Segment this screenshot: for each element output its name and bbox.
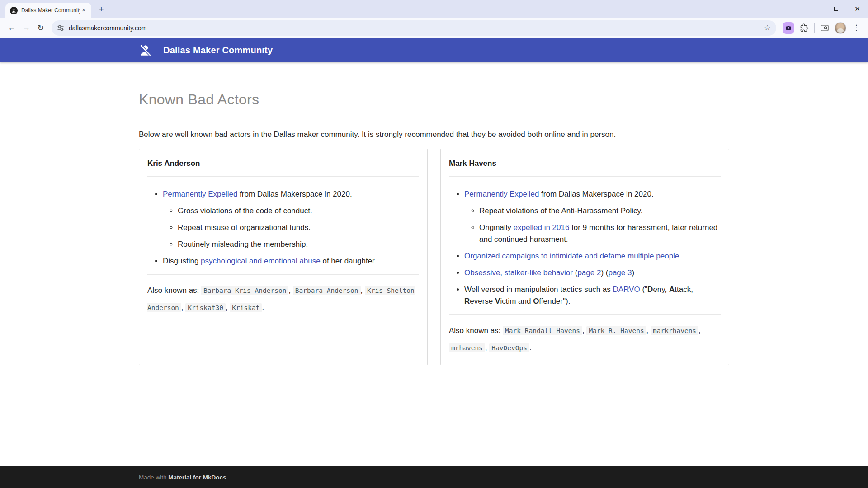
site-favicon-person-off-icon xyxy=(10,7,18,14)
nested-list: Repeat violations of the Anti-Harassment… xyxy=(464,205,721,245)
list-item: Permanently Expelled from Dallas Makersp… xyxy=(464,188,721,245)
inline-link[interactable]: Permanently Expelled xyxy=(464,190,539,198)
tab-close-icon[interactable]: × xyxy=(80,6,88,14)
camera-extension-icon[interactable] xyxy=(783,22,794,34)
close-icon: ✕ xyxy=(854,5,860,12)
alias-separator: , xyxy=(226,303,230,312)
inline-link[interactable]: DARVO xyxy=(613,285,640,294)
footer-brand-link[interactable]: Material for MkDocs xyxy=(168,474,226,481)
bold-text: D xyxy=(647,285,653,294)
text-segment: of her daughter. xyxy=(321,257,377,265)
list-item: Repeat violations of the Anti-Harassment… xyxy=(479,205,721,217)
extensions-puzzle-icon[interactable] xyxy=(797,21,811,35)
card-title: Kris Anderson xyxy=(139,149,427,176)
minimize-icon xyxy=(812,9,817,9)
site-settings-tune-icon[interactable] xyxy=(57,24,64,32)
alias-separator: , xyxy=(646,326,651,335)
address-bar[interactable]: dallasmakercommunity.com ☆ xyxy=(52,20,776,36)
text-segment: from Dallas Makerspace in 2020. xyxy=(237,190,352,198)
text-segment: ) ( xyxy=(601,268,608,277)
alias-separator: , xyxy=(288,286,292,295)
page-viewport: Dallas Maker Community Known Bad Actors … xyxy=(0,38,868,488)
text-segment: ttack, xyxy=(675,285,693,294)
browser-tab[interactable]: Dallas Maker Community × xyxy=(5,3,91,18)
reload-button[interactable]: ↻ xyxy=(33,21,48,35)
list-item: Organized campaigns to intimidate and de… xyxy=(464,250,721,262)
text-segment: everse xyxy=(470,297,495,305)
inline-link[interactable]: Obsessive, stalker-like behavior xyxy=(464,268,573,277)
aka-section: Also known as: Barbara Kris Anderson, Ba… xyxy=(139,274,427,316)
list-item: Obsessive, stalker-like behavior (page 2… xyxy=(464,267,721,279)
new-tab-button[interactable]: + xyxy=(95,4,108,16)
card-title: Mark Havens xyxy=(441,149,729,176)
alias-separator: , xyxy=(361,286,365,295)
sidebar-search-icon[interactable] xyxy=(817,21,832,35)
aka-label: Also known as: xyxy=(449,326,503,335)
person-off-logo-icon xyxy=(139,43,152,57)
browser-toolbar: ← → ↻ dallasmakercommunity.com ☆ xyxy=(0,18,868,38)
text-segment: Originally xyxy=(479,223,514,232)
card-divider xyxy=(147,176,419,177)
minimize-button[interactable] xyxy=(804,0,826,17)
inline-link[interactable]: page 2 xyxy=(577,268,601,277)
inline-link[interactable]: Permanently Expelled xyxy=(163,190,237,198)
text-segment: ) xyxy=(632,268,634,277)
person-card: Mark Havens Permanently Expelled from Da… xyxy=(440,149,729,365)
text-segment: ictim and xyxy=(500,297,533,305)
browser-tabstrip: Dallas Maker Community × + ✕ xyxy=(0,0,868,18)
list-item: Disgusting psychological and emotional a… xyxy=(163,255,419,267)
alias-code: Barbara Kris Anderson xyxy=(201,286,288,295)
list-item: Gross violations of the code of conduct. xyxy=(178,205,419,217)
nested-list: Gross violations of the code of conduct.… xyxy=(163,205,419,250)
alias-separator: , xyxy=(582,326,586,335)
aka-section: Also known as: Mark Randall Havens, Mark… xyxy=(441,314,729,357)
tab-title: Dallas Maker Community xyxy=(21,7,80,14)
cards-grid: Kris Anderson Permanently Expelled from … xyxy=(139,149,729,365)
bookmark-star-icon[interactable]: ☆ xyxy=(764,23,771,33)
alias-separator: , xyxy=(698,326,701,335)
page-title: Known Bad Actors xyxy=(139,91,729,108)
alias-code: mrhavens xyxy=(449,343,485,352)
alias-code: markrhavens xyxy=(651,326,698,335)
aka-line: Also known as: Barbara Kris Anderson, Ba… xyxy=(139,275,427,316)
list-item: Repeat misuse of organizational funds. xyxy=(178,222,419,234)
list-item: Well versed in manipulation tactics such… xyxy=(464,284,721,307)
text-segment: Repeat misuse of organizational funds. xyxy=(178,223,311,232)
text-segment: Repeat violations of the Anti-Harassment… xyxy=(479,206,643,215)
close-window-button[interactable]: ✕ xyxy=(847,0,868,17)
browser-menu-kebab-icon[interactable]: ⋮ xyxy=(849,21,863,35)
inline-link[interactable]: psychological and emotional abuse xyxy=(201,257,321,265)
bold-text: O xyxy=(533,297,539,305)
footer-made-with: Made with xyxy=(139,474,168,481)
alias-code: Mark Randall Havens xyxy=(503,326,582,335)
text-segment: from Dallas Makerspace in 2020. xyxy=(539,190,653,198)
card-list: Permanently Expelled from Dallas Makersp… xyxy=(441,188,729,307)
alias-code: Mark R. Havens xyxy=(586,326,646,335)
inline-link[interactable]: Organized campaigns to intimidate and de… xyxy=(464,252,679,260)
bold-text: A xyxy=(669,285,675,294)
main-content: Known Bad Actors Below are well known ba… xyxy=(139,91,729,365)
intro-paragraph: Below are well known bad actors in the D… xyxy=(139,129,729,141)
window-controls: ✕ xyxy=(804,0,868,17)
text-segment: . xyxy=(679,252,681,260)
site-title: Dallas Maker Community xyxy=(163,45,273,56)
alias-code: HavDevOps xyxy=(489,343,529,352)
text-segment: Disgusting xyxy=(163,257,201,265)
back-button[interactable]: ← xyxy=(5,21,19,35)
text-segment: Routinely misleading the membership. xyxy=(178,240,308,249)
bold-text: R xyxy=(464,297,470,305)
text-segment: ffender"). xyxy=(539,297,570,305)
url-text[interactable]: dallasmakercommunity.com xyxy=(69,24,146,32)
aka-line: Also known as: Mark Randall Havens, Mark… xyxy=(441,315,729,357)
alias-separator: , xyxy=(485,343,489,352)
forward-button: → xyxy=(19,21,33,35)
profile-avatar[interactable] xyxy=(835,22,846,34)
restore-button[interactable] xyxy=(826,0,847,17)
aka-label: Also known as: xyxy=(147,286,201,295)
card-list: Permanently Expelled from Dallas Makersp… xyxy=(139,188,427,267)
alias-code: Kriskat xyxy=(230,303,262,312)
inline-link[interactable]: page 3 xyxy=(608,268,632,277)
inline-link[interactable]: expelled in 2016 xyxy=(514,223,570,232)
alias-separator: , xyxy=(181,303,185,312)
bold-text: V xyxy=(495,297,500,305)
